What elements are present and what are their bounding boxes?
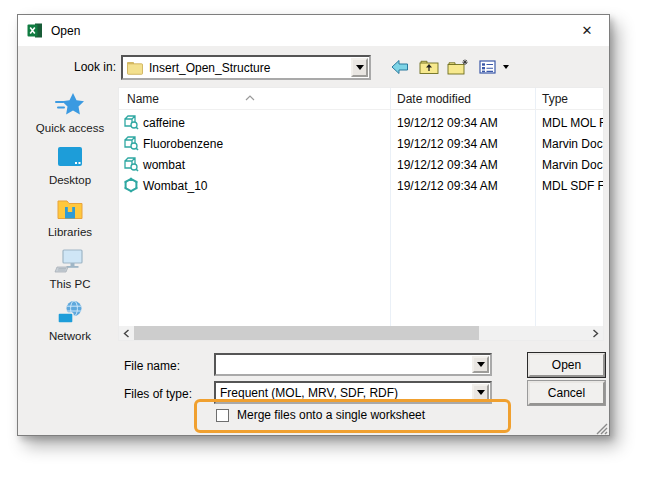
scrollbar-thumb[interactable] bbox=[134, 326, 479, 341]
file-type: Marvin Docu bbox=[542, 137, 604, 151]
horizontal-scrollbar[interactable] bbox=[119, 326, 603, 341]
look-in-label: Look in: bbox=[18, 60, 116, 74]
marvin-document-icon bbox=[123, 135, 139, 154]
file-date: 19/12/12 09:34 AM bbox=[397, 137, 498, 151]
sort-ascending-icon bbox=[245, 90, 255, 104]
file-row[interactable]: caffeine 19/12/12 09:34 AM MDL MOL F bbox=[119, 112, 603, 133]
sidebar-item-label: Network bbox=[49, 330, 91, 342]
desktop-monitor-icon bbox=[54, 141, 86, 173]
views-grid-icon[interactable] bbox=[476, 57, 498, 77]
file-name-input[interactable] bbox=[216, 355, 490, 374]
open-dialog: Open ✕ Look in: Insert_Open_Structure bbox=[17, 14, 610, 436]
column-header-type[interactable]: Type bbox=[542, 92, 568, 106]
quick-access-star-icon bbox=[54, 89, 86, 121]
resize-grip-icon[interactable] bbox=[595, 421, 608, 434]
sidebar-item-libraries[interactable]: Libraries bbox=[24, 193, 116, 245]
file-date: 19/12/12 09:34 AM bbox=[397, 116, 498, 130]
new-folder-icon[interactable] bbox=[447, 57, 469, 77]
list-header: Name Date modified Type bbox=[119, 88, 603, 110]
close-icon[interactable]: ✕ bbox=[574, 20, 600, 42]
views-dropdown-caret-icon[interactable] bbox=[503, 65, 509, 69]
merge-checkbox[interactable] bbox=[216, 409, 229, 422]
file-date: 19/12/12 09:34 AM bbox=[397, 158, 498, 172]
file-name: Fluorobenzene bbox=[143, 137, 223, 151]
look-in-combobox[interactable]: Insert_Open_Structure bbox=[121, 55, 371, 80]
libraries-folder-icon bbox=[54, 193, 86, 225]
this-pc-computer-icon bbox=[54, 245, 86, 277]
sdf-hexagon-icon bbox=[123, 177, 139, 196]
look-in-dropdown-button[interactable] bbox=[351, 58, 368, 77]
file-date: 19/12/12 09:34 AM bbox=[397, 179, 498, 193]
file-list: Name Date modified Type caffeine 19/12/1… bbox=[118, 87, 604, 341]
file-name-dropdown-button[interactable] bbox=[472, 356, 489, 373]
sidebar-item-label: Desktop bbox=[49, 174, 91, 186]
files-of-type-label: Files of type: bbox=[18, 387, 204, 401]
places-sidebar: Quick access Desktop Libraries bbox=[24, 89, 116, 349]
scroll-left-icon[interactable] bbox=[119, 326, 134, 341]
file-row[interactable]: Fluorobenzene 19/12/12 09:34 AM Marvin D… bbox=[119, 133, 603, 154]
file-name: caffeine bbox=[143, 116, 185, 130]
folder-icon bbox=[127, 61, 143, 75]
file-type: MDL MOL F bbox=[542, 116, 604, 130]
file-name: Wombat_10 bbox=[143, 179, 207, 193]
files-of-type-value: Frequent (MOL, MRV, SDF, RDF) bbox=[216, 386, 490, 400]
open-button[interactable]: Open bbox=[528, 353, 605, 377]
title-bar: Open ✕ bbox=[18, 15, 609, 46]
sidebar-item-quick-access[interactable]: Quick access bbox=[24, 89, 116, 141]
merge-checkbox-label[interactable]: Merge files onto a single worksheet bbox=[237, 408, 425, 422]
up-folder-icon[interactable] bbox=[418, 57, 440, 77]
window-title: Open bbox=[51, 24, 80, 38]
sidebar-item-label: Quick access bbox=[36, 122, 104, 134]
file-name-combobox[interactable] bbox=[214, 353, 492, 376]
column-header-name[interactable]: Name bbox=[127, 92, 159, 106]
file-name: wombat bbox=[143, 158, 185, 172]
column-header-date-modified[interactable]: Date modified bbox=[397, 92, 471, 106]
sidebar-item-this-pc[interactable]: This PC bbox=[24, 245, 116, 297]
excel-app-icon bbox=[27, 23, 43, 38]
marvin-document-icon bbox=[123, 156, 139, 175]
file-row[interactable]: wombat 19/12/12 09:34 AM Marvin Docu bbox=[119, 154, 603, 175]
file-type: Marvin Docu bbox=[542, 158, 604, 172]
marvin-document-icon bbox=[123, 114, 139, 133]
file-name-label: File name: bbox=[18, 359, 204, 373]
merge-option-row: Merge files onto a single worksheet bbox=[216, 408, 425, 422]
navigation-toolbar bbox=[389, 57, 509, 77]
back-arrow-icon[interactable] bbox=[389, 57, 411, 77]
sidebar-item-label: This PC bbox=[50, 278, 91, 290]
sidebar-item-desktop[interactable]: Desktop bbox=[24, 141, 116, 193]
scroll-right-icon[interactable] bbox=[588, 326, 603, 341]
file-type: MDL SDF Fil bbox=[542, 179, 604, 193]
look-in-value: Insert_Open_Structure bbox=[149, 61, 270, 75]
sidebar-item-label: Libraries bbox=[48, 226, 92, 238]
cancel-button[interactable]: Cancel bbox=[528, 381, 605, 405]
network-globe-icon bbox=[54, 297, 86, 329]
sidebar-item-network[interactable]: Network bbox=[24, 297, 116, 349]
file-row[interactable]: Wombat_10 19/12/12 09:34 AM MDL SDF Fil bbox=[119, 175, 603, 196]
